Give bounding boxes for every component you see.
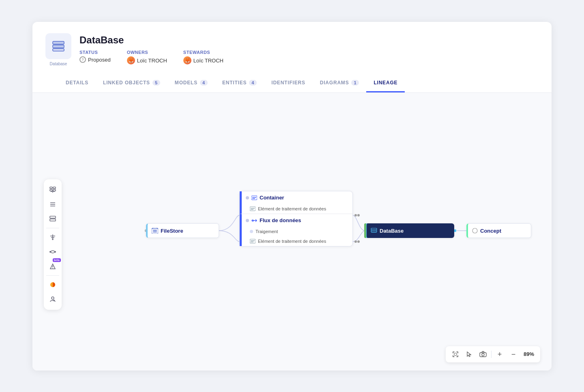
status-group: Status ? Proposed <box>79 50 111 63</box>
svg-rect-7 <box>53 187 56 189</box>
status-icon: ? <box>79 56 86 63</box>
svg-rect-37 <box>153 230 157 231</box>
container-dot <box>246 196 249 199</box>
grid-icon <box>49 186 56 193</box>
container-sub-icon <box>250 206 256 211</box>
flux-sub-icon <box>250 239 256 244</box>
svg-rect-40 <box>252 197 256 198</box>
database-label: DataBase <box>380 228 404 234</box>
plus-label: + <box>498 351 502 358</box>
zoom-controls: + − 89% <box>446 346 540 362</box>
svg-rect-43 <box>251 208 255 209</box>
container-subtitle: Elément de traitement de données <box>258 206 326 211</box>
connect-tool-btn[interactable] <box>46 245 59 258</box>
svg-point-55 <box>482 353 484 356</box>
svg-rect-6 <box>50 187 52 189</box>
flux-row: Flux de données <box>242 214 352 227</box>
svg-rect-48 <box>251 242 253 242</box>
list-icon <box>49 201 56 208</box>
flux-sub-row: Elément de traitement de données <box>242 236 352 246</box>
traigement-row: Traigement <box>242 227 352 236</box>
svg-rect-9 <box>53 189 56 191</box>
collapse-icon <box>49 216 56 222</box>
tab-identifiers[interactable]: IDENTIFIERS <box>264 74 312 92</box>
svg-rect-16 <box>50 219 56 221</box>
sort-tool-btn[interactable] <box>46 231 59 244</box>
svg-point-30 <box>357 214 360 216</box>
svg-rect-41 <box>252 198 255 199</box>
lineage-canvas: FileStore Container <box>126 179 491 284</box>
tab-lineage[interactable]: LINEAGE <box>366 74 405 92</box>
page-header: Database DataBase Status ? Proposed Owne… <box>32 22 552 93</box>
fit-button[interactable] <box>450 349 461 360</box>
svg-rect-38 <box>153 231 157 232</box>
owner-avatar: 🦊 <box>127 56 135 64</box>
traigement-dot <box>250 230 253 233</box>
steward-avatar: 🦊 <box>183 56 191 64</box>
flux-subtitle: Elément de traitement de données <box>258 239 326 244</box>
tab-details[interactable]: DETAILS <box>58 74 96 92</box>
zoom-in-button[interactable]: + <box>494 349 505 360</box>
svg-rect-39 <box>251 196 257 200</box>
filestore-label: FileStore <box>161 228 183 234</box>
container-icon <box>251 195 257 200</box>
flux-dot <box>246 219 249 222</box>
flux-title: Flux de données <box>260 217 301 223</box>
svg-point-31 <box>354 240 357 243</box>
stewards-value: 🦊 Loïc TROCH <box>183 56 223 64</box>
group-box: Container Elément de traitement de donné… <box>239 191 353 246</box>
theme-tool-btn[interactable] <box>46 278 59 291</box>
database-icon <box>52 41 65 52</box>
page-title: DataBase <box>79 34 223 46</box>
grid-tool-btn[interactable] <box>46 183 59 196</box>
zoom-out-button[interactable]: − <box>508 349 519 360</box>
cursor-button[interactable] <box>464 349 475 360</box>
status-value: ? Proposed <box>79 56 111 63</box>
database-node-icon <box>371 228 377 233</box>
svg-rect-49 <box>371 228 377 230</box>
tab-linked-objects[interactable]: LINKED OBJECTS 5 <box>96 74 167 92</box>
svg-rect-42 <box>250 207 256 211</box>
tab-diagrams[interactable]: DIAGRAMS 1 <box>313 74 367 92</box>
concept-label: Concept <box>480 228 501 234</box>
steward-name: Loïc TROCH <box>193 58 223 64</box>
beta-tool-btn[interactable] <box>46 260 59 273</box>
svg-rect-44 <box>251 209 253 210</box>
container-section: Container Elément de traitement de donné… <box>240 191 352 214</box>
svg-rect-2 <box>53 45 64 48</box>
camera-icon <box>479 351 487 357</box>
camera-button[interactable] <box>477 349 489 360</box>
svg-point-24 <box>52 268 53 268</box>
collapse-tool-btn[interactable] <box>46 212 59 225</box>
lineage-content: ☺ <box>32 93 552 371</box>
svg-rect-36 <box>152 229 158 233</box>
main-card: Database DataBase Status ? Proposed Owne… <box>32 22 552 371</box>
node-concept[interactable]: Concept <box>466 223 531 238</box>
svg-rect-8 <box>50 189 52 191</box>
svg-point-52 <box>472 228 477 233</box>
svg-rect-53 <box>454 353 457 356</box>
user-tool-btn[interactable]: ☺ <box>46 293 59 306</box>
owners-value: 🦊 Loïc TROCH <box>127 56 167 64</box>
svg-point-32 <box>357 240 360 243</box>
svg-rect-4 <box>53 49 64 51</box>
icon-box-label: Database <box>50 62 67 66</box>
owner-name: Loïc TROCH <box>137 58 167 64</box>
tab-bar: DETAILS LINKED OBJECTS 5 MODELS 4 ENTITI… <box>45 74 539 92</box>
concept-icon <box>472 228 478 233</box>
zoom-level: 89% <box>522 351 536 357</box>
traigement-label: Traigement <box>256 229 278 234</box>
user-icon: ☺ <box>49 296 56 302</box>
green-indicator <box>364 223 366 238</box>
node-filestore[interactable]: FileStore <box>146 223 219 238</box>
list-tool-btn[interactable] <box>46 198 59 211</box>
tools-panel: ☺ <box>44 179 62 310</box>
node-database[interactable]: DataBase <box>365 223 454 238</box>
fit-icon <box>452 351 459 358</box>
stewards-label: Stewards <box>183 50 223 55</box>
status-text: Proposed <box>88 57 111 63</box>
tab-models[interactable]: MODELS 4 <box>167 74 215 92</box>
tab-entities[interactable]: ENTITIES 4 <box>215 74 264 92</box>
theme-icon <box>49 281 56 288</box>
lineage-diagram: FileStore Container <box>32 93 552 371</box>
